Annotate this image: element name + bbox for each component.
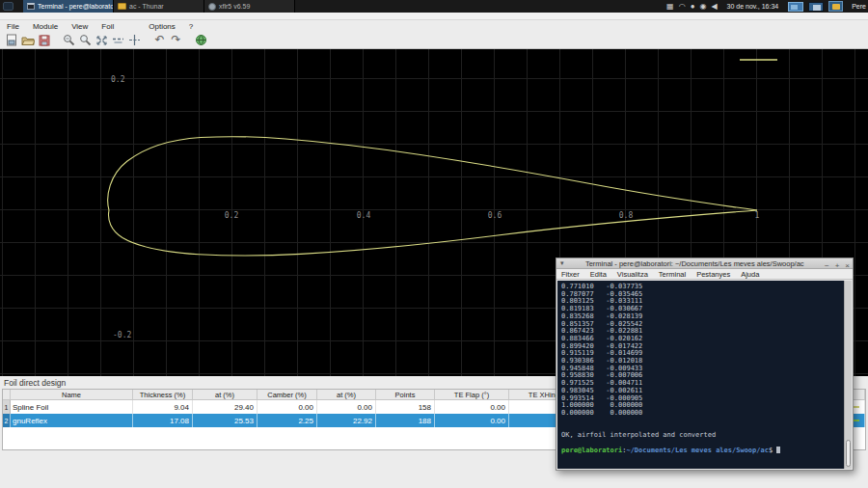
terminal-content[interactable]: 0.771010 -0.037735 0.787077 -0.035465 0.…	[557, 281, 852, 469]
window-menu-icon[interactable]: ▾	[556, 259, 568, 267]
value-cell[interactable]: 0.00	[435, 414, 509, 427]
header-cell[interactable]: at (%)	[193, 390, 258, 399]
terminal-menu-fitxer[interactable]: Fitxer	[561, 270, 580, 279]
status-icons: ▦◠●◉◀	[666, 0, 718, 13]
terminal-menu-visualitza[interactable]: Visualitza	[617, 270, 648, 279]
value-cell[interactable]: 2.25	[258, 414, 317, 427]
x-tick-label: 0.4	[357, 211, 370, 220]
axes-icon[interactable]	[126, 33, 143, 47]
xflr5-icon	[208, 3, 216, 11]
terminal-menu-terminal[interactable]: Terminal	[659, 270, 686, 279]
menu-help[interactable]: ?	[182, 22, 200, 31]
file-manager-launcher-icon[interactable]	[828, 1, 843, 12]
terminal-cursor	[776, 447, 780, 453]
terminal-menu-edita[interactable]: Edita	[590, 270, 607, 279]
value-cell[interactable]: 17.08	[133, 414, 193, 427]
folder-icon	[118, 3, 126, 10]
row-number: 2	[3, 414, 11, 427]
terminal-icon	[27, 3, 35, 10]
header-cell	[3, 390, 11, 399]
network-icon[interactable]: ◠	[679, 0, 686, 13]
x-tick-label: 1	[755, 211, 760, 220]
xflr5-toolbar: ↶↷	[0, 32, 868, 49]
terminal-menu-ajuda[interactable]: Ajuda	[741, 270, 759, 279]
terminal-title: Terminal - pere@laboratori: ~/Documents/…	[568, 259, 822, 268]
new-foil-icon[interactable]	[3, 33, 19, 47]
top-panel: Terminal - pere@laboratori:...ac - Thuna…	[0, 0, 868, 13]
applications-menu-icon[interactable]	[3, 2, 14, 11]
prompt-user: pere@laboratori	[561, 447, 622, 454]
value-cell[interactable]: 158	[376, 400, 435, 414]
menu-module[interactable]: Module	[26, 22, 65, 31]
taskbar-button[interactable]: Terminal - pere@laboratori:...	[23, 0, 114, 13]
save-icon[interactable]	[36, 33, 52, 47]
terminal-output: 0.771010 -0.037735 0.787077 -0.035465 0.…	[557, 281, 852, 447]
value-cell[interactable]: 22.92	[317, 414, 376, 427]
y-tick-label: -0.2	[113, 331, 131, 339]
value-cell[interactable]: 29.40	[193, 400, 258, 414]
scrollbar-thumb[interactable]	[846, 440, 851, 467]
grid-lines-icon[interactable]	[110, 33, 126, 47]
panel-status-area: ▦◠●◉◀ 30 de nov., 16:34 Pere	[666, 0, 868, 13]
terminal-scrollbar[interactable]	[844, 281, 852, 469]
header-cell[interactable]: at (%)	[317, 390, 376, 399]
xflr5-window-edge	[0, 13, 868, 20]
user-name: Pere	[852, 3, 866, 10]
maximize-icon[interactable]: +	[832, 261, 843, 270]
terminal-prompt: pere@laboratori:~/Documents/Les meves al…	[557, 447, 852, 455]
value-cell[interactable]: 9.04	[133, 400, 193, 414]
undo-icon[interactable]: ↶	[151, 33, 168, 47]
x-tick-label: 0.8	[619, 211, 633, 220]
keyboard-icon[interactable]: ▦	[666, 0, 674, 13]
x-tick-label: 0.2	[225, 211, 238, 220]
zoom-view-icon[interactable]	[77, 33, 94, 47]
value-cell[interactable]: 188	[376, 414, 435, 427]
redo-icon[interactable]: ↷	[168, 33, 184, 47]
taskbar-button-label: Terminal - pere@laboratori:...	[38, 3, 114, 10]
zoom-in-icon[interactable]	[61, 33, 77, 47]
airfoil-lower-surface	[109, 210, 757, 256]
value-cell[interactable]: 0.00	[435, 400, 509, 414]
header-cell[interactable]: Points	[376, 390, 435, 399]
x-tick-label: 0.6	[488, 211, 502, 220]
panel-title: Foil direct design	[4, 378, 66, 388]
language-icon[interactable]	[193, 33, 209, 47]
volume-icon[interactable]: ◀	[711, 0, 717, 13]
foil-name-cell[interactable]: Spline Foil	[11, 400, 133, 414]
taskbar-button[interactable]: ac - Thunar	[114, 0, 204, 13]
window-taskbar: Terminal - pere@laboratori:...ac - Thuna…	[23, 0, 295, 13]
terminal-window[interactable]: ▾ Terminal - pere@laboratori: ~/Document…	[556, 258, 854, 471]
prompt-symbol: $	[769, 447, 776, 454]
minimize-icon[interactable]: −	[822, 261, 832, 270]
menu-foil[interactable]: Foil	[95, 22, 121, 31]
updates-icon[interactable]: ◉	[699, 0, 706, 13]
terminal-titlebar[interactable]: ▾ Terminal - pere@laboratori: ~/Document…	[556, 258, 853, 269]
y-tick-label: 0.2	[111, 75, 124, 84]
header-cell[interactable]: Name	[11, 390, 133, 399]
menu-view[interactable]: View	[65, 22, 95, 31]
close-icon[interactable]: ×	[842, 261, 853, 270]
airfoil-upper-surface	[108, 137, 757, 210]
menu-options[interactable]: Options	[142, 22, 182, 31]
open-icon[interactable]	[19, 33, 36, 47]
value-cell[interactable]: 0.00	[317, 400, 376, 414]
workspace-2[interactable]	[808, 2, 824, 12]
value-cell[interactable]: 0.00	[258, 400, 317, 414]
workspace-1[interactable]	[788, 2, 803, 12]
panel-clock[interactable]: 30 de nov., 16:34	[727, 3, 779, 10]
header-cell[interactable]: Camber (%)	[258, 390, 317, 399]
header-cell[interactable]: Thickness (%)	[133, 390, 193, 399]
terminal-menu-pestanyes[interactable]: Pestanyes	[696, 270, 730, 279]
taskbar-button[interactable]: xflr5 v6.59	[204, 0, 295, 13]
taskbar-button-label: ac - Thunar	[129, 3, 164, 10]
header-cell[interactable]: TE Flap (°)	[435, 390, 509, 399]
notifications-icon[interactable]: ●	[691, 0, 695, 13]
foil-name-cell[interactable]: gnuReflex	[11, 414, 133, 427]
desktop: Terminal - pere@laboratori:...ac - Thuna…	[0, 0, 868, 488]
prompt-path: ~/Documents/Les meves ales/Swoop/ac	[626, 447, 769, 454]
value-cell[interactable]: 25.53	[193, 414, 258, 427]
terminal-menubar: FitxerEditaVisualitzaTerminalPestanyesAj…	[556, 269, 853, 280]
row-number: 1	[3, 400, 11, 414]
fit-view-icon[interactable]	[94, 33, 110, 47]
menu-file[interactable]: File	[0, 22, 26, 31]
